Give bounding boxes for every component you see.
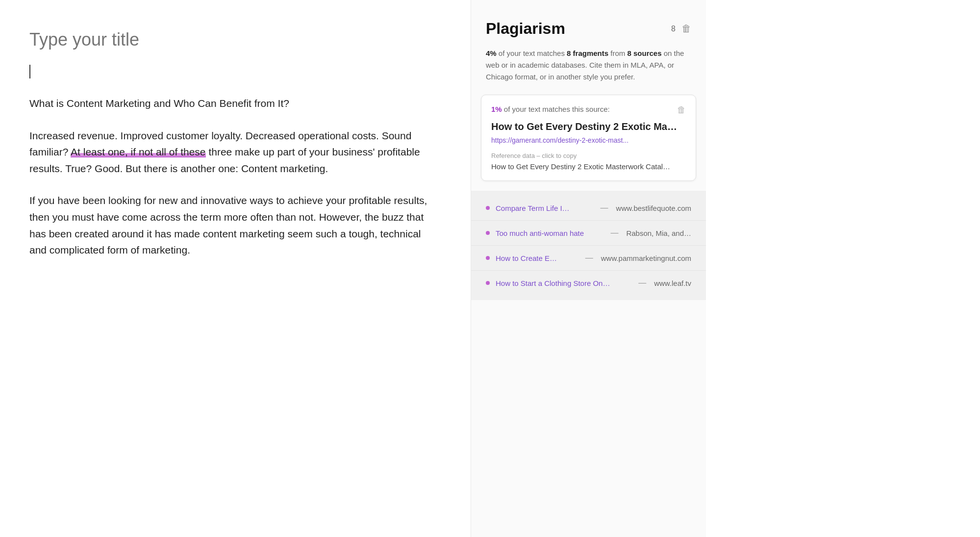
reference-data: How to Get Every Destiny 2 Exotic Master…: [491, 162, 686, 171]
sidebar-title: Plagiarism: [486, 20, 565, 38]
source-separator: —: [585, 254, 593, 262]
source-count-badge: 8: [671, 25, 676, 33]
other-source-label: Compare Term Life I…: [496, 204, 593, 212]
source-dot-icon: [486, 206, 490, 210]
title-input[interactable]: [29, 29, 431, 50]
source-separator: —: [638, 279, 646, 287]
source-match-text: 1% of your text matches this source:: [491, 105, 610, 113]
other-source-item[interactable]: How to Start a Clothing Store On… — www.…: [471, 271, 706, 295]
source-title: How to Get Every Destiny 2 Exotic Ma…: [491, 121, 686, 132]
featured-source-card: 1% of your text matches this source: 🗑 H…: [481, 95, 696, 181]
summary-text2: from: [610, 49, 627, 57]
source-url[interactable]: https://gamerant.com/destiny-2-exotic-ma…: [491, 136, 686, 144]
source-dot-icon: [486, 231, 490, 235]
other-source-label: How to Start a Clothing Store On…: [496, 279, 630, 287]
sidebar-header: Plagiarism 8 🗑: [471, 20, 706, 48]
paragraph2: If you have been looking for new and inn…: [29, 192, 431, 258]
editor-content: What is Content Marketing and Who Can Be…: [29, 95, 431, 258]
other-source-domain: Rabson, Mia, and…: [626, 229, 691, 237]
heading-text: What is Content Marketing and Who Can Be…: [29, 98, 289, 109]
other-source-label: Too much anti-woman hate: [496, 229, 603, 237]
other-source-item[interactable]: Compare Term Life I… — www.bestlifequote…: [471, 196, 706, 221]
plagiarism-summary: 4% of your text matches 8 fragments from…: [471, 48, 706, 95]
editor-panel: What is Content Marketing and Who Can Be…: [0, 0, 471, 537]
text-cursor: [29, 65, 30, 78]
clear-all-button[interactable]: 🗑: [681, 23, 691, 34]
other-source-domain: www.pammarketingnut.com: [601, 254, 691, 262]
other-source-domain: www.leaf.tv: [654, 279, 691, 287]
reference-label[interactable]: Reference data – click to copy: [491, 152, 686, 159]
source-separator: —: [610, 229, 618, 237]
match-percent: 4%: [486, 49, 497, 57]
paragraph1: Increased revenue. Improved customer loy…: [29, 128, 431, 177]
source-match-percent: 1%: [491, 105, 502, 113]
highlighted-phrase: At least one, if not all of these: [71, 146, 206, 157]
other-sources-list: Compare Term Life I… — www.bestlifequote…: [471, 191, 706, 300]
other-source-label: How to Create E…: [496, 254, 578, 262]
source-delete-button[interactable]: 🗑: [677, 105, 686, 115]
source-match-label: of your text matches this source:: [504, 105, 610, 113]
sources-count: 8 sources: [627, 49, 661, 57]
source-separator: —: [601, 204, 608, 212]
other-source-domain: www.bestlifequote.com: [616, 204, 691, 212]
other-source-item[interactable]: How to Create E… — www.pammarketingnut.c…: [471, 246, 706, 271]
summary-text1: of your text matches: [499, 49, 567, 57]
sidebar-header-right: 8 🗑: [671, 23, 691, 34]
plagiarism-sidebar: Plagiarism 8 🗑 4% of your text matches 8…: [471, 0, 706, 537]
source-dot-icon: [486, 281, 490, 285]
source-card-header: 1% of your text matches this source: 🗑: [491, 105, 686, 115]
other-source-item[interactable]: Too much anti-woman hate — Rabson, Mia, …: [471, 221, 706, 246]
source-dot-icon: [486, 256, 490, 260]
fragments-count: 8 fragments: [567, 49, 608, 57]
heading-paragraph: What is Content Marketing and Who Can Be…: [29, 95, 431, 112]
